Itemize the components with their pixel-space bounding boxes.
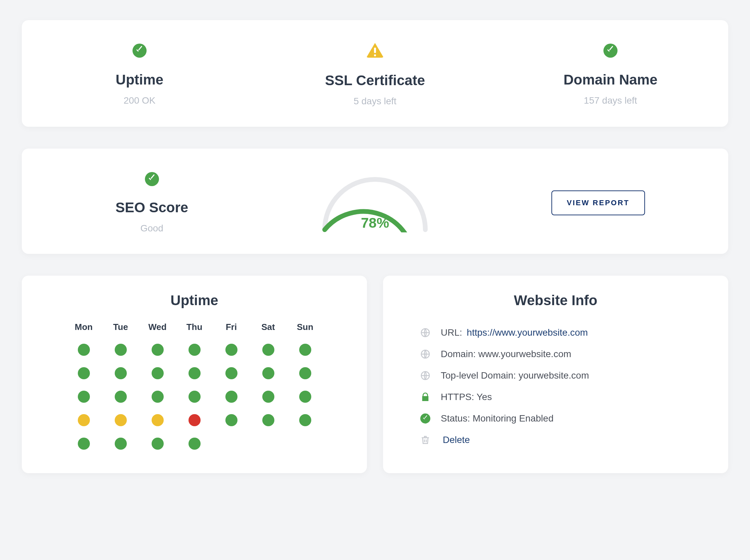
uptime-dot	[115, 438, 127, 450]
seo-card: SEO Score Good 78% VIEW REPORT	[22, 148, 728, 254]
uptime-dot	[189, 391, 201, 403]
uptime-dot	[189, 344, 201, 356]
uptime-day-head: Tue	[113, 322, 128, 332]
status-uptime-title: Uptime	[22, 72, 257, 88]
uptime-dot	[78, 414, 90, 426]
globe-icon	[420, 370, 431, 381]
uptime-day-head: Sun	[297, 322, 313, 332]
info-url-label: URL:	[441, 327, 465, 338]
uptime-dot	[115, 344, 127, 356]
info-title: Website Info	[383, 276, 728, 322]
uptime-dot	[225, 391, 237, 403]
check-icon	[420, 413, 431, 424]
uptime-dot	[115, 414, 127, 426]
uptime-title: Uptime	[22, 276, 367, 322]
info-tld-value: yourwebsite.com	[518, 370, 589, 381]
seo-summary: SEO Score Good	[42, 172, 262, 234]
uptime-dot	[152, 367, 164, 379]
info-https-value: Yes	[477, 392, 492, 402]
info-delete-label: Delete	[443, 435, 470, 445]
globe-icon	[420, 327, 431, 338]
info-tld-label: Top-level Domain:	[441, 370, 518, 381]
globe-icon	[420, 349, 431, 359]
uptime-dot	[225, 438, 237, 450]
status-ssl-sub: 5 days left	[257, 96, 493, 107]
uptime-dot	[299, 391, 311, 403]
uptime-dot	[78, 367, 90, 379]
info-delete[interactable]: Delete	[420, 429, 702, 451]
trash-icon	[420, 435, 431, 445]
info-https-label: HTTPS:	[441, 392, 477, 402]
uptime-dot	[262, 391, 274, 403]
uptime-dot	[78, 391, 90, 403]
info-url: URL: https://www.yourwebsite.com	[420, 322, 702, 343]
check-icon	[133, 44, 146, 58]
uptime-dot	[152, 438, 164, 450]
info-status: Status: Monitoring Enabled	[420, 408, 702, 429]
info-domain: Domain: www.yourwebsite.com	[420, 343, 702, 365]
uptime-dot	[115, 391, 127, 403]
info-status-value: Monitoring Enabled	[473, 413, 553, 423]
uptime-card: Uptime MonTueWedThuFriSatSun	[22, 276, 367, 473]
uptime-dot	[299, 438, 311, 450]
seo-sub: Good	[42, 223, 262, 234]
lock-icon	[420, 392, 431, 402]
uptime-day-head: Mon	[75, 322, 93, 332]
uptime-day-head: Thu	[186, 322, 203, 332]
uptime-dot	[262, 414, 274, 426]
status-card: Uptime 200 OK SSL Certificate 5 days lef…	[22, 20, 728, 127]
seo-gauge: 78%	[262, 172, 488, 234]
status-domain-sub: 157 days left	[493, 95, 728, 106]
uptime-dot	[189, 414, 201, 426]
uptime-dot	[262, 344, 274, 356]
uptime-day-head: Sat	[261, 322, 275, 332]
gauge-percent: 78%	[318, 215, 432, 231]
uptime-dot	[78, 438, 90, 450]
status-ssl-title: SSL Certificate	[257, 73, 493, 88]
status-domain-title: Domain Name	[493, 72, 728, 88]
status-domain: Domain Name 157 days left	[493, 44, 728, 107]
check-icon	[145, 172, 159, 186]
info-url-link[interactable]: https://www.yourwebsite.com	[467, 327, 588, 338]
uptime-dot	[262, 367, 274, 379]
seo-title: SEO Score	[42, 200, 262, 216]
uptime-dot	[299, 344, 311, 356]
uptime-dot	[225, 367, 237, 379]
uptime-day-head: Wed	[148, 322, 166, 332]
uptime-dot	[78, 344, 90, 356]
info-tld: Top-level Domain: yourwebsite.com	[420, 365, 702, 386]
status-uptime: Uptime 200 OK	[22, 44, 257, 107]
check-icon	[604, 44, 617, 58]
uptime-dot	[225, 344, 237, 356]
gauge-chart: 78%	[318, 172, 432, 234]
info-list: URL: https://www.yourwebsite.com Domain:…	[383, 322, 728, 451]
info-status-label: Status:	[441, 413, 473, 423]
uptime-dot	[189, 438, 201, 450]
info-https: HTTPS: Yes	[420, 386, 702, 408]
info-domain-label: Domain:	[441, 349, 478, 359]
uptime-dot	[299, 367, 311, 379]
status-ssl: SSL Certificate 5 days left	[257, 44, 493, 107]
uptime-dot	[152, 414, 164, 426]
seo-actions: VIEW REPORT	[488, 191, 708, 215]
website-info-card: Website Info URL: https://www.yourwebsit…	[383, 276, 728, 473]
info-domain-value: www.yourwebsite.com	[478, 349, 571, 359]
uptime-day-head: Fri	[226, 322, 237, 332]
warning-icon	[366, 43, 384, 58]
uptime-dot	[225, 414, 237, 426]
uptime-dot	[115, 367, 127, 379]
uptime-dot	[189, 367, 201, 379]
uptime-dot	[152, 391, 164, 403]
uptime-dot	[299, 414, 311, 426]
uptime-grid: MonTueWedThuFriSatSun	[65, 322, 324, 450]
status-uptime-sub: 200 OK	[22, 95, 257, 106]
uptime-dot	[262, 438, 274, 450]
bottom-row: Uptime MonTueWedThuFriSatSun Website Inf…	[22, 276, 728, 473]
view-report-button[interactable]: VIEW REPORT	[551, 191, 645, 215]
uptime-dot	[152, 344, 164, 356]
